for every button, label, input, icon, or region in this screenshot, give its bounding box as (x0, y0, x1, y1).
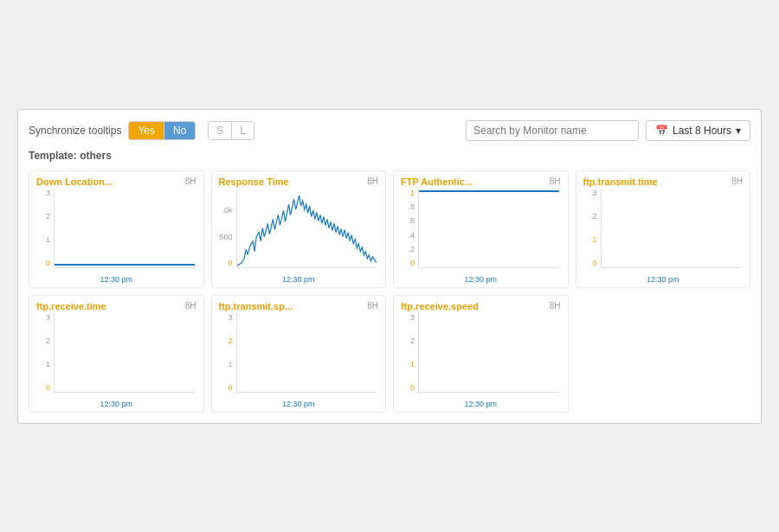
time-dropdown[interactable]: 📅 Last 8 Hours ▾ (646, 120, 750, 141)
chart-title: FTP Authentic... (401, 176, 473, 187)
toolbar: Synchronize tooltips Yes No S L 📅 Last 8… (29, 120, 750, 141)
no-button[interactable]: No (164, 122, 195, 139)
chart-header: Response Time 8H (219, 176, 379, 187)
chart-title: Down Location... (36, 176, 113, 187)
chart-title: ftp.transmit.sp... (219, 301, 293, 311)
chart-period: 8H (550, 176, 561, 186)
x-label: 12:30 pm (100, 275, 132, 284)
chart-period: 8H (367, 176, 378, 186)
chart-header: ftp.transmit.sp... 8H (219, 301, 379, 311)
x-label: 12:30 pm (464, 400, 497, 408)
chart-area: 1 .8 .6 .4 .2 0 12:30 pm (401, 189, 561, 284)
toolbar-left: Synchronize tooltips Yes No S L (29, 121, 254, 140)
template-label: Template: others (29, 150, 750, 162)
chart-header: ftp.receive.speed 8H (401, 301, 561, 311)
y-axis: 3 2 1 0 (36, 313, 50, 393)
time-label: Last 8 Hours (673, 125, 731, 137)
chart-ftp-transmit-time: ftp.transmit.time 8H 3 2 1 0 12:30 pm (576, 170, 751, 288)
empty-chart-slot (576, 295, 751, 413)
chart-ftp-receive-speed: ftp.receive.speed 8H 3 2 1 0 12:30 pm (393, 295, 569, 413)
plot-area (601, 189, 742, 268)
chart-ftp-transmit-sp: ftp.transmit.sp... 8H 3 2 1 0 12:30 pm (211, 295, 387, 413)
chart-period: 8H (185, 176, 196, 186)
l-button[interactable]: L (231, 122, 254, 139)
y-axis: 1 .8 .6 .4 .2 0 (401, 189, 415, 268)
calendar-icon: 📅 (655, 125, 668, 137)
plot-area (236, 313, 377, 393)
chart-header: FTP Authentic... 8H (401, 176, 561, 187)
y-axis: 3 2 1 0 (583, 189, 597, 268)
yes-button[interactable]: Yes (129, 122, 164, 139)
y-axis: .0k 500 0 (219, 189, 233, 268)
chart-title: Response Time (219, 176, 289, 187)
plot-area (54, 313, 195, 393)
chart-header: ftp.receive.time 8H (36, 301, 196, 311)
chart-header: ftp.transmit.time 8H (583, 176, 744, 187)
x-label: 12:30 pm (647, 275, 679, 284)
yes-no-group: Yes No (128, 121, 196, 140)
chart-title: ftp.receive.time (36, 301, 106, 311)
x-label: 12:30 pm (282, 400, 315, 408)
charts-row-1: Down Location... 8H 3 2 1 0 12:30 pm Res… (29, 170, 750, 288)
chart-title: ftp.transmit.time (583, 176, 658, 187)
plot-area (236, 189, 377, 268)
chart-area: .0k 500 0 12:30 pm (219, 189, 379, 284)
chart-response-time: Response Time 8H .0k 500 0 12:30 pm (211, 170, 387, 288)
y-axis: 3 2 1 0 (219, 313, 233, 393)
chart-period: 8H (367, 301, 378, 311)
chart-down-location: Down Location... 8H 3 2 1 0 12:30 pm (29, 170, 204, 288)
chart-period: 8H (731, 176, 743, 186)
s-button[interactable]: S (209, 122, 231, 139)
chart-header: Down Location... 8H (36, 176, 196, 187)
plot-area (54, 189, 195, 268)
x-label: 12:30 pm (100, 400, 132, 408)
search-input[interactable] (466, 120, 639, 141)
chart-ftp-authentic: FTP Authentic... 8H 1 .8 .6 .4 .2 0 12:3… (393, 170, 569, 288)
y-axis: 3 2 1 0 (36, 189, 50, 268)
charts-row-2: ftp.receive.time 8H 3 2 1 0 12:30 pm ftp… (29, 295, 750, 413)
chart-period: 8H (550, 301, 561, 311)
x-label: 12:30 pm (282, 275, 315, 284)
chart-period: 8H (185, 301, 196, 311)
plot-area (418, 189, 559, 268)
chart-area: 3 2 1 0 12:30 pm (36, 189, 196, 284)
main-container: Synchronize tooltips Yes No S L 📅 Last 8… (17, 109, 762, 424)
chart-area: 3 2 1 0 12:30 pm (583, 189, 744, 284)
chart-area: 3 2 1 0 12:30 pm (219, 313, 379, 408)
chart-ftp-receive-time: ftp.receive.time 8H 3 2 1 0 12:30 pm (29, 295, 204, 413)
chart-area: 3 2 1 0 12:30 pm (36, 313, 196, 408)
toolbar-right: 📅 Last 8 Hours ▾ (466, 120, 750, 141)
y-axis: 3 2 1 0 (401, 313, 415, 393)
sync-label: Synchronize tooltips (29, 125, 121, 137)
sl-group: S L (208, 121, 254, 140)
x-label: 12:30 pm (464, 275, 497, 284)
chart-title: ftp.receive.speed (401, 301, 479, 311)
chart-area: 3 2 1 0 12:30 pm (401, 313, 561, 408)
plot-area (418, 313, 559, 393)
spike-svg (237, 189, 377, 267)
chevron-down-icon: ▾ (736, 125, 741, 137)
